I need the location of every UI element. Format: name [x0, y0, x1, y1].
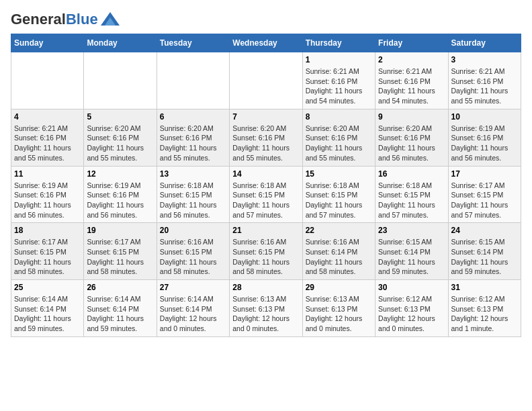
day-cell: 10Sunrise: 6:19 AM Sunset: 6:16 PM Dayli… [448, 109, 521, 166]
day-number: 10 [451, 112, 518, 122]
day-cell: 13Sunrise: 6:18 AM Sunset: 6:15 PM Dayli… [157, 166, 229, 223]
day-cell: 12Sunrise: 6:19 AM Sunset: 6:16 PM Dayli… [84, 166, 157, 223]
day-cell: 30Sunrise: 6:12 AM Sunset: 6:13 PM Dayli… [375, 280, 448, 337]
day-cell: 28Sunrise: 6:13 AM Sunset: 6:13 PM Dayli… [230, 280, 302, 337]
day-cell: 22Sunrise: 6:16 AM Sunset: 6:14 PM Dayli… [302, 223, 375, 280]
day-cell [157, 52, 229, 109]
day-cell: 6Sunrise: 6:20 AM Sunset: 6:16 PM Daylig… [157, 109, 229, 166]
day-cell: 2Sunrise: 6:21 AM Sunset: 6:16 PM Daylig… [375, 52, 448, 109]
day-number: 9 [378, 112, 445, 122]
week-row-1: 1Sunrise: 6:21 AM Sunset: 6:16 PM Daylig… [11, 52, 521, 109]
day-info: Sunrise: 6:19 AM Sunset: 6:16 PM Dayligh… [451, 124, 518, 163]
day-cell: 27Sunrise: 6:14 AM Sunset: 6:14 PM Dayli… [157, 280, 229, 337]
day-info: Sunrise: 6:19 AM Sunset: 6:16 PM Dayligh… [87, 181, 153, 220]
day-cell: 21Sunrise: 6:16 AM Sunset: 6:15 PM Dayli… [230, 223, 302, 280]
day-cell [11, 52, 84, 109]
day-cell: 16Sunrise: 6:18 AM Sunset: 6:15 PM Dayli… [375, 166, 448, 223]
day-info: Sunrise: 6:17 AM Sunset: 6:15 PM Dayligh… [451, 181, 518, 220]
day-number: 21 [232, 226, 299, 235]
day-number: 18 [14, 226, 81, 235]
day-cell: 7Sunrise: 6:20 AM Sunset: 6:16 PM Daylig… [230, 109, 302, 166]
header-day-friday: Friday [375, 34, 448, 52]
day-cell: 14Sunrise: 6:18 AM Sunset: 6:15 PM Dayli… [230, 166, 302, 223]
day-cell: 25Sunrise: 6:14 AM Sunset: 6:14 PM Dayli… [11, 280, 84, 337]
day-info: Sunrise: 6:17 AM Sunset: 6:15 PM Dayligh… [14, 237, 81, 277]
day-cell: 1Sunrise: 6:21 AM Sunset: 6:16 PM Daylig… [302, 52, 375, 109]
week-row-4: 18Sunrise: 6:17 AM Sunset: 6:15 PM Dayli… [11, 223, 521, 280]
day-number: 2 [378, 55, 445, 64]
day-number: 3 [451, 55, 518, 64]
day-number: 17 [451, 169, 518, 179]
header-day-wednesday: Wednesday [230, 34, 302, 52]
day-cell: 31Sunrise: 6:12 AM Sunset: 6:13 PM Dayli… [448, 280, 521, 337]
day-info: Sunrise: 6:21 AM Sunset: 6:16 PM Dayligh… [306, 66, 372, 106]
logo-general: GeneralBlue [11, 12, 98, 27]
day-number: 15 [306, 169, 372, 179]
day-number: 27 [160, 283, 226, 292]
day-number: 19 [87, 226, 153, 235]
day-cell: 18Sunrise: 6:17 AM Sunset: 6:15 PM Dayli… [11, 223, 84, 280]
day-number: 23 [378, 226, 445, 235]
day-info: Sunrise: 6:19 AM Sunset: 6:16 PM Dayligh… [14, 181, 81, 220]
day-number: 1 [306, 55, 372, 64]
day-cell: 29Sunrise: 6:13 AM Sunset: 6:13 PM Dayli… [302, 280, 375, 337]
day-number: 4 [14, 112, 81, 122]
day-number: 12 [87, 169, 153, 179]
day-cell: 4Sunrise: 6:21 AM Sunset: 6:16 PM Daylig… [11, 109, 84, 166]
day-number: 29 [306, 283, 372, 292]
day-info: Sunrise: 6:20 AM Sunset: 6:16 PM Dayligh… [232, 124, 299, 163]
day-number: 24 [451, 226, 518, 235]
day-cell: 26Sunrise: 6:14 AM Sunset: 6:14 PM Dayli… [84, 280, 157, 337]
day-info: Sunrise: 6:15 AM Sunset: 6:14 PM Dayligh… [378, 237, 445, 277]
day-info: Sunrise: 6:21 AM Sunset: 6:16 PM Dayligh… [14, 124, 81, 163]
day-cell: 19Sunrise: 6:17 AM Sunset: 6:15 PM Dayli… [84, 223, 157, 280]
day-cell: 24Sunrise: 6:15 AM Sunset: 6:14 PM Dayli… [448, 223, 521, 280]
day-number: 8 [306, 112, 372, 122]
day-number: 11 [14, 169, 81, 179]
calendar-body: 1Sunrise: 6:21 AM Sunset: 6:16 PM Daylig… [11, 52, 521, 337]
day-info: Sunrise: 6:13 AM Sunset: 6:13 PM Dayligh… [306, 294, 372, 334]
header-day-tuesday: Tuesday [157, 34, 229, 52]
day-number: 28 [232, 283, 299, 292]
week-row-3: 11Sunrise: 6:19 AM Sunset: 6:16 PM Dayli… [11, 166, 521, 223]
header-day-thursday: Thursday [302, 34, 375, 52]
day-info: Sunrise: 6:16 AM Sunset: 6:15 PM Dayligh… [232, 237, 299, 277]
day-number: 22 [306, 226, 372, 235]
day-number: 25 [14, 283, 81, 292]
day-number: 20 [160, 226, 226, 235]
page-header: GeneralBlue [11, 11, 521, 28]
day-number: 13 [160, 169, 226, 179]
day-info: Sunrise: 6:15 AM Sunset: 6:14 PM Dayligh… [451, 237, 518, 277]
day-info: Sunrise: 6:17 AM Sunset: 6:15 PM Dayligh… [87, 237, 153, 277]
day-number: 7 [232, 112, 299, 122]
day-info: Sunrise: 6:16 AM Sunset: 6:14 PM Dayligh… [306, 237, 372, 277]
day-cell [84, 52, 157, 109]
day-number: 14 [232, 169, 299, 179]
day-number: 31 [451, 283, 518, 292]
day-info: Sunrise: 6:18 AM Sunset: 6:15 PM Dayligh… [306, 181, 372, 220]
day-cell: 8Sunrise: 6:20 AM Sunset: 6:16 PM Daylig… [302, 109, 375, 166]
day-info: Sunrise: 6:18 AM Sunset: 6:15 PM Dayligh… [378, 181, 445, 220]
day-info: Sunrise: 6:16 AM Sunset: 6:15 PM Dayligh… [160, 237, 226, 277]
day-info: Sunrise: 6:20 AM Sunset: 6:16 PM Dayligh… [87, 124, 153, 163]
day-number: 30 [378, 283, 445, 292]
day-cell: 23Sunrise: 6:15 AM Sunset: 6:14 PM Dayli… [375, 223, 448, 280]
header-row: SundayMondayTuesdayWednesdayThursdayFrid… [11, 34, 521, 52]
day-number: 6 [160, 112, 226, 122]
day-number: 26 [87, 283, 153, 292]
week-row-5: 25Sunrise: 6:14 AM Sunset: 6:14 PM Dayli… [11, 280, 521, 337]
day-info: Sunrise: 6:14 AM Sunset: 6:14 PM Dayligh… [160, 294, 226, 334]
calendar-table: SundayMondayTuesdayWednesdayThursdayFrid… [11, 34, 521, 337]
day-info: Sunrise: 6:21 AM Sunset: 6:16 PM Dayligh… [378, 66, 445, 106]
day-info: Sunrise: 6:18 AM Sunset: 6:15 PM Dayligh… [232, 181, 299, 220]
day-cell: 3Sunrise: 6:21 AM Sunset: 6:16 PM Daylig… [448, 52, 521, 109]
day-cell: 9Sunrise: 6:20 AM Sunset: 6:16 PM Daylig… [375, 109, 448, 166]
day-info: Sunrise: 6:20 AM Sunset: 6:16 PM Dayligh… [160, 124, 226, 163]
week-row-2: 4Sunrise: 6:21 AM Sunset: 6:16 PM Daylig… [11, 109, 521, 166]
day-info: Sunrise: 6:20 AM Sunset: 6:16 PM Dayligh… [378, 124, 445, 163]
header-day-monday: Monday [84, 34, 157, 52]
day-cell [230, 52, 302, 109]
header-day-sunday: Sunday [11, 34, 84, 52]
day-cell: 11Sunrise: 6:19 AM Sunset: 6:16 PM Dayli… [11, 166, 84, 223]
day-info: Sunrise: 6:13 AM Sunset: 6:13 PM Dayligh… [232, 294, 299, 334]
